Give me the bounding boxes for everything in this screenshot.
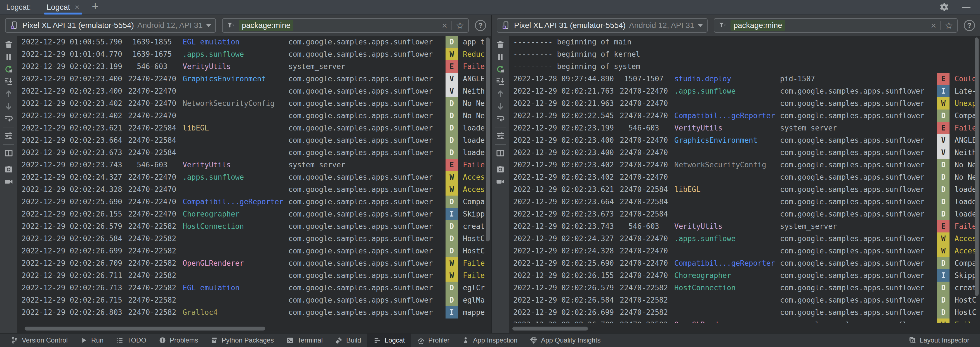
hide-tool-window-icon[interactable] (962, 7, 970, 8)
filter-query-text[interactable]: package:mine (239, 20, 293, 31)
log-row[interactable]: 2022-12-29 02:02:26.69922470-22582com.go… (18, 245, 491, 257)
pause-logcat-button[interactable] (494, 51, 507, 63)
log-row[interactable]: 2022-12-29 02:02:25.69022470-22470Compat… (509, 257, 980, 269)
log-row[interactable]: 2022-12-29 02:02:23.66422470-22584com.go… (509, 196, 980, 208)
filter-query-text[interactable]: package:mine (730, 20, 785, 31)
log-row[interactable]: 2022-12-29 02:02:26.57922470-22582HostCo… (18, 220, 491, 233)
log-row[interactable]: 2022-12-29 02:02:26.57922470-22582HostCo… (509, 282, 980, 294)
clear-filter-icon[interactable]: × (442, 21, 447, 30)
log-row[interactable]: 2022-12-28 09:27:44.8901507-1507studio.d… (509, 73, 980, 85)
log-list[interactable]: --------- beginning of main--------- beg… (509, 36, 980, 323)
restart-logcat-button[interactable] (494, 63, 507, 75)
horizontal-scrollbar[interactable] (512, 326, 588, 331)
favorite-star-icon[interactable]: ☆ (945, 21, 953, 30)
clear-logcat-button[interactable] (2, 38, 15, 51)
log-row[interactable]: 2022-12-29 02:02:23.40222470-22470com.go… (509, 171, 980, 183)
log-row[interactable]: 2022-12-29 02:02:23.199546-603VerityUtil… (18, 60, 491, 73)
log-row[interactable]: 2022-12-29 02:02:24.32822470-22470com.go… (18, 183, 491, 196)
log-row[interactable]: 2022-12-29 02:02:26.69922470-22582com.go… (509, 306, 980, 318)
logcat-settings-button[interactable] (494, 130, 507, 142)
clear-filter-icon[interactable]: × (931, 21, 936, 30)
device-selector[interactable]: Pixel XL API 31 (emulator-5554) Android … (497, 18, 708, 33)
log-row[interactable]: 2022-12-29 02:02:26.80322470-22582Grallo… (18, 306, 491, 318)
log-row[interactable]: 2022-12-29 02:02:23.40222470-22470Networ… (18, 97, 491, 109)
log-row[interactable]: --------- beginning of kernel (509, 48, 980, 60)
screenshot-button[interactable] (494, 163, 507, 176)
log-list[interactable]: 2022-12-29 01:00:55.7901639-1855EGL_emul… (18, 36, 491, 323)
device-selector[interactable]: Pixel XL API 31 (emulator-5554) Android … (5, 18, 216, 33)
log-row[interactable]: 2022-12-29 02:02:22.54522470-22470Compat… (509, 109, 980, 122)
statusbar-item-app-quality-insights[interactable]: App Quality Insights (523, 334, 607, 347)
next-occurrence-button[interactable] (2, 100, 15, 112)
statusbar-item-problems[interactable]: Problems (153, 334, 204, 347)
log-row[interactable]: 2022-12-29 02:02:23.40022470-22470com.go… (18, 85, 491, 97)
statusbar-item-todo[interactable]: TODO (110, 334, 153, 347)
log-row[interactable]: 2022-12-29 02:02:23.199546-603VerityUtil… (509, 122, 980, 134)
log-row[interactable]: 2022-12-29 02:02:26.70922470-22582OpenGL… (18, 257, 491, 269)
vertical-scrollbar[interactable] (486, 38, 490, 241)
log-row[interactable]: 2022-12-29 02:02:26.71522470-22582com.go… (18, 294, 491, 306)
log-row[interactable]: 2022-12-29 02:02:26.15522470-22470Choreo… (18, 208, 491, 220)
previous-occurrence-button[interactable] (494, 88, 507, 100)
statusbar-item-version-control[interactable]: Version Control (5, 334, 74, 347)
scroll-to-end-button[interactable] (2, 75, 15, 88)
vertical-scrollbar[interactable] (975, 38, 978, 296)
log-row[interactable]: 2022-12-29 02:02:23.743546-603VerityUtil… (18, 159, 491, 171)
log-row[interactable]: 2022-12-29 02:02:23.67322470-22584com.go… (18, 146, 491, 159)
log-row[interactable]: 2022-12-29 02:02:26.58422470-22582com.go… (18, 233, 491, 245)
log-row[interactable]: 2022-12-29 02:02:24.32722470-22470.apps.… (18, 171, 491, 183)
log-row[interactable]: 2022-12-29 02:02:25.69022470-22470Compat… (18, 196, 491, 208)
log-row[interactable]: 2022-12-29 02:02:26.58422470-22582com.go… (509, 294, 980, 306)
log-row[interactable]: 2022-12-29 02:02:23.66422470-22584com.go… (18, 134, 491, 146)
statusbar-item-layout-inspector[interactable]: Layout Inspector (902, 334, 975, 347)
log-row[interactable]: 2022-12-29 02:02:23.40022470-22470Graphi… (509, 134, 980, 146)
restart-logcat-button[interactable] (2, 63, 15, 75)
statusbar-item-python-packages[interactable]: Python Packages (204, 334, 280, 347)
filter-field[interactable]: package:mine × ☆ (222, 18, 469, 33)
log-row[interactable]: 2022-12-29 01:00:55.7901639-1855EGL_emul… (18, 36, 491, 48)
log-row[interactable]: 2022-12-29 02:02:23.40222470-22470Networ… (509, 159, 980, 171)
log-row[interactable]: 2022-12-29 02:02:23.40222470-22470com.go… (18, 109, 491, 122)
log-row[interactable]: 2022-12-29 02:02:23.40022470-22470Graphi… (18, 73, 491, 85)
help-icon[interactable]: ? (964, 20, 975, 31)
clear-logcat-button[interactable] (494, 38, 507, 51)
log-row[interactable]: --------- beginning of main (509, 36, 980, 48)
pause-logcat-button[interactable] (2, 51, 15, 63)
log-row[interactable]: 2022-12-29 02:02:24.32822470-22470com.go… (509, 245, 980, 257)
log-row[interactable]: 2022-12-29 02:02:23.62122470-22584libEGL… (509, 183, 980, 196)
log-row[interactable]: 2022-12-29 02:02:26.71322470-22582EGL_em… (18, 282, 491, 294)
log-row[interactable]: 2022-12-29 02:02:26.70922470-22582OpenGL… (509, 318, 980, 323)
soft-wrap-button[interactable] (494, 112, 507, 125)
split-panel-button[interactable] (494, 147, 507, 159)
previous-occurrence-button[interactable] (2, 88, 15, 100)
soft-wrap-button[interactable] (2, 112, 15, 125)
log-row[interactable]: 2022-12-29 02:02:23.62122470-22584libEGL… (18, 122, 491, 134)
favorite-star-icon[interactable]: ☆ (456, 21, 464, 30)
help-icon[interactable]: ? (475, 20, 486, 31)
tab-close-icon[interactable]: × (75, 3, 80, 11)
scroll-to-end-button[interactable] (494, 75, 507, 88)
log-row[interactable]: 2022-12-29 02:02:24.32722470-22470.apps.… (509, 233, 980, 245)
screenshot-button[interactable] (2, 163, 15, 176)
tab-logcat[interactable]: Logcat × (44, 0, 83, 14)
logcat-settings-button[interactable] (2, 130, 15, 142)
log-row[interactable]: 2022-12-29 02:02:21.76322470-22470.apps.… (509, 85, 980, 97)
gear-icon[interactable] (939, 2, 950, 13)
log-row[interactable]: 2022-12-29 02:02:26.15522470-22470Choreo… (509, 269, 980, 282)
log-row[interactable]: 2022-12-29 01:01:04.7701639-1675.apps.su… (18, 48, 491, 60)
horizontal-scrollbar[interactable] (25, 326, 265, 331)
statusbar-item-run[interactable]: Run (74, 334, 110, 347)
next-occurrence-button[interactable] (494, 100, 507, 112)
screen-record-button[interactable] (494, 176, 507, 188)
log-row[interactable]: 2022-12-29 02:02:23.40022470-22470com.go… (509, 146, 980, 159)
log-row[interactable]: 2022-12-29 02:02:23.67322470-22584com.go… (509, 208, 980, 220)
log-row[interactable]: --------- beginning of system (509, 60, 980, 73)
filter-funnel-icon[interactable] (226, 21, 235, 30)
filter-funnel-icon[interactable] (718, 21, 727, 30)
log-row[interactable]: 2022-12-29 02:02:23.743546-603VerityUtil… (509, 220, 980, 233)
split-panel-button[interactable] (2, 147, 15, 159)
statusbar-item-terminal[interactable]: Terminal (280, 334, 329, 347)
log-row[interactable]: 2022-12-29 02:02:26.71122470-22582com.go… (18, 269, 491, 282)
statusbar-item-build[interactable]: Build (329, 334, 367, 347)
statusbar-item-profiler[interactable]: Profiler (411, 334, 456, 347)
